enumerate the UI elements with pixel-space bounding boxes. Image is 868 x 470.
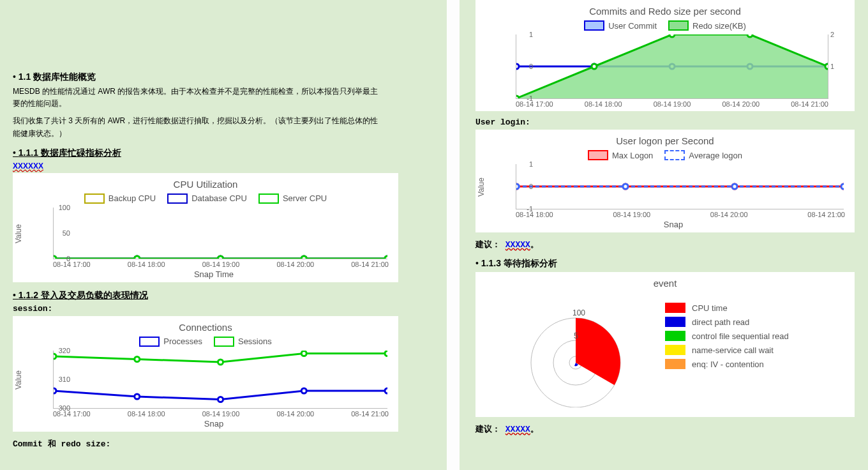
- chart-title: Connections: [17, 322, 394, 333]
- svg-text:5: 5: [574, 331, 578, 340]
- y-axis-label: Value: [14, 224, 23, 243]
- advice-label: 建议：: [475, 425, 500, 434]
- x-axis-label: Snap Time: [34, 269, 394, 279]
- chart-legend: Backup CPUDatabase CPUServer CPU: [17, 193, 394, 204]
- x-ticks: 08-14 18:0008-14 19:0008-14 20:0008-14 2…: [516, 211, 845, 218]
- svg-point-11: [135, 256, 140, 259]
- x-axis-label: Snap: [497, 220, 850, 229]
- session-label: session:: [13, 304, 428, 314]
- chart-title: Commits and Redo size per second: [480, 6, 850, 17]
- commit-redo-label: Commit 和 redo size:: [13, 438, 428, 450]
- x-axis-label: Snap: [34, 419, 394, 428]
- overview-para-2: 我们收集了共计 3 天所有的 AWR，进行性能数据进行抽取，挖掘以及分析。（该节…: [13, 115, 383, 139]
- advice-label: 建议：: [475, 240, 500, 250]
- advice-placeholder: XXXXX: [505, 425, 530, 434]
- chart-title: event: [480, 278, 850, 289]
- svg-point-17: [218, 397, 223, 402]
- plot-area: 300310320: [53, 351, 387, 409]
- svg-point-42: [841, 184, 844, 189]
- heading-1-1-2: 1.1.2 登入及交易负载的表现情况: [13, 290, 428, 301]
- svg-point-40: [623, 184, 628, 189]
- overview-para-1: MESDB 的性能情况通过 AWR 的报告来体现。由于本次检查并不是完整的性能检…: [13, 86, 383, 110]
- svg-point-19: [385, 388, 387, 393]
- heading-1-1: 1.1 数据库性能概览: [13, 72, 428, 83]
- chart-title: User logon per Second: [480, 135, 850, 146]
- svg-point-21: [135, 356, 140, 361]
- svg-point-33: [747, 34, 752, 37]
- chart-cpu: CPU Utilization Backup CPUDatabase CPUSe…: [13, 173, 398, 282]
- svg-point-24: [385, 351, 387, 356]
- chart-legend: User CommitRedo size(KB): [480, 20, 850, 31]
- plot-area: -101: [516, 164, 844, 209]
- heading-1-1-1: 1.1.1 数据库忙碌指标分析: [13, 148, 428, 159]
- plot-area: -101 12: [516, 34, 828, 99]
- chart-connections: Connections ProcessesSessions Value 3003…: [13, 316, 398, 432]
- svg-point-14: [385, 256, 387, 259]
- user-login-label: User login:: [475, 118, 858, 127]
- chart-commits-redo: Commits and Redo size per second User Co…: [475, 0, 855, 111]
- svg-point-41: [732, 184, 737, 189]
- svg-point-12: [218, 256, 223, 259]
- plot-area: 050100: [53, 208, 387, 259]
- svg-point-13: [301, 256, 306, 259]
- svg-point-22: [218, 360, 223, 365]
- heading-1-1-3: 1.1.3 等待指标分析: [475, 258, 858, 269]
- chart-event: event 100 5 CPU timedirect pat: [475, 272, 855, 417]
- svg-point-23: [301, 351, 306, 356]
- svg-point-32: [670, 34, 675, 37]
- x-ticks: 08-14 17:0008-14 18:0008-14 19:0008-14 2…: [516, 100, 828, 108]
- y-axis-label: Value: [477, 178, 486, 197]
- x-ticks: 08-14 17:0008-14 18:0008-14 19:0008-14 2…: [53, 410, 389, 418]
- chart-legend: ProcessesSessions: [17, 337, 394, 347]
- y-axis-label: Value: [14, 370, 23, 390]
- svg-point-31: [592, 64, 597, 69]
- svg-point-34: [825, 64, 828, 69]
- svg-point-18: [301, 388, 306, 393]
- svg-text:100: 100: [572, 308, 585, 317]
- chart-user-logon: User logon per Second Max LogonAverage l…: [475, 130, 855, 232]
- x-ticks: 08-14 17:0008-14 18:0008-14 19:0008-14 2…: [53, 261, 389, 268]
- chart-title: CPU Utilization: [17, 179, 394, 190]
- chart-legend: Max LogonAverage logon: [480, 150, 850, 160]
- advice-placeholder: XXXXX: [505, 240, 530, 250]
- placeholder-text: XXXXXX: [13, 162, 43, 171]
- polar-plot: 100 5: [486, 299, 652, 407]
- svg-point-16: [135, 394, 140, 399]
- chart-legend: CPU timedirect path readcontrol file seq…: [665, 299, 789, 407]
